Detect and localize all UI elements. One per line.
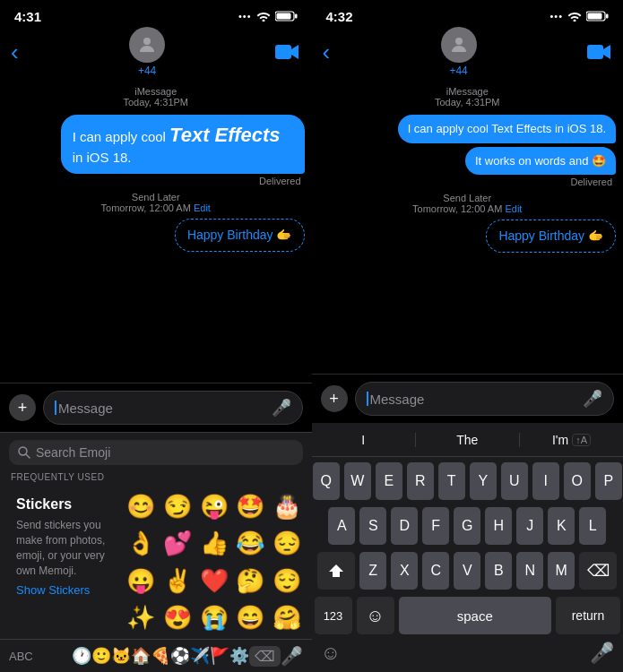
mic-icon[interactable]: 🎤 xyxy=(281,645,303,667)
emoji-19[interactable]: 😄 xyxy=(233,600,268,635)
key-emoji[interactable]: ☺ xyxy=(357,597,394,634)
key-T[interactable]: T xyxy=(438,462,465,500)
emoji-tab-smile[interactable]: 🙂 xyxy=(91,646,111,666)
emoji-6[interactable]: 👌 xyxy=(124,526,159,561)
key-B[interactable]: B xyxy=(485,552,512,590)
left-emoji-search[interactable]: Search Emoji xyxy=(9,440,303,465)
key-P[interactable]: P xyxy=(595,462,622,500)
key-A[interactable]: A xyxy=(328,507,355,545)
left-video-icon[interactable] xyxy=(275,43,300,61)
emoji-tab-sports[interactable]: ⚽ xyxy=(170,646,190,666)
right-message-input[interactable]: Message 🎤 xyxy=(355,382,615,416)
emoji-delete-button[interactable]: ⌫ xyxy=(249,646,281,667)
right-msg-header: iMessage Today, 4:31PM xyxy=(319,86,617,108)
emoji-tab-home[interactable]: 🏠 xyxy=(131,646,151,666)
key-R[interactable]: R xyxy=(407,462,434,500)
key-G[interactable]: G xyxy=(454,507,480,545)
left-plus-button[interactable]: + xyxy=(9,394,36,421)
emoji-16[interactable]: ✨ xyxy=(124,600,159,635)
svg-rect-4 xyxy=(275,45,291,59)
key-Z[interactable]: Z xyxy=(359,552,386,590)
right-scheduled-bubble: Happy Birthday 🫱 xyxy=(486,220,616,253)
key-123[interactable]: 123 xyxy=(315,597,352,634)
key-S[interactable]: S xyxy=(359,507,386,545)
left-input-mic[interactable]: 🎤 xyxy=(272,398,291,418)
left-message-input[interactable]: Message 🎤 xyxy=(43,391,303,425)
key-K[interactable]: K xyxy=(548,507,575,545)
emoji-12[interactable]: ✌️ xyxy=(160,564,195,599)
key-F[interactable]: F xyxy=(422,507,449,545)
right-delivered: Delivered xyxy=(571,177,616,187)
right-nav-center[interactable]: +44 xyxy=(441,27,477,77)
key-Q[interactable]: Q xyxy=(313,462,340,500)
left-back-button[interactable]: ‹ xyxy=(11,39,19,66)
right-back-button[interactable]: ‹ xyxy=(323,39,331,66)
emoji-20[interactable]: 🤗 xyxy=(270,600,305,635)
key-delete[interactable]: ⌫ xyxy=(579,552,617,590)
key-rows: Q W E R T Y U I O P A S D F G H J K xyxy=(312,457,624,638)
right-edit-link[interactable]: Edit xyxy=(505,203,522,214)
key-V[interactable]: V xyxy=(454,552,480,590)
emoji-2[interactable]: 😏 xyxy=(160,489,195,524)
emoji-18[interactable]: 😭 xyxy=(196,600,231,635)
right-input-mic[interactable]: 🎤 xyxy=(583,389,602,409)
key-shift[interactable] xyxy=(317,552,355,590)
key-J[interactable]: J xyxy=(516,507,543,545)
key-W[interactable]: W xyxy=(344,462,371,500)
right-plus-button[interactable]: + xyxy=(321,385,348,412)
emoji-13[interactable]: ❤️ xyxy=(196,564,231,599)
format-icon[interactable]: ↑A xyxy=(572,434,591,446)
left-emoji-bottom-bar: ABC 🕐 🙂 🐱 🏠 🍕 ⚽ ✈️ 🚩 ⚙️ ⌫ 🎤 xyxy=(0,639,312,672)
show-stickers-link[interactable]: Show Stickers xyxy=(16,583,115,597)
keyboard-bottom-bar: ☺ 🎤 xyxy=(312,638,624,672)
key-space[interactable]: space xyxy=(399,597,552,634)
key-O[interactable]: O xyxy=(564,462,591,500)
key-E[interactable]: E xyxy=(376,462,402,500)
abc-label[interactable]: ABC xyxy=(9,650,72,663)
emoji-4[interactable]: 🤩 xyxy=(233,489,268,524)
emoji-7[interactable]: 💕 xyxy=(160,526,195,561)
emoji-17[interactable]: 😍 xyxy=(160,600,195,635)
key-Y[interactable]: Y xyxy=(470,462,497,500)
right-status-icons: ••• xyxy=(549,11,609,22)
emoji-9[interactable]: 😂 xyxy=(233,526,268,561)
emoji-15[interactable]: 😌 xyxy=(270,564,305,599)
key-row-4: 123 ☺ space return xyxy=(315,597,621,634)
predictive-Im-text[interactable]: I'm xyxy=(552,433,568,447)
keyboard-mic[interactable]: 🎤 xyxy=(590,642,614,665)
emoji-8[interactable]: 👍 xyxy=(196,526,231,561)
key-L[interactable]: L xyxy=(579,507,606,545)
right-video-icon[interactable] xyxy=(587,43,612,61)
key-return[interactable]: return xyxy=(556,597,620,634)
emoji-tab-travel[interactable]: ✈️ xyxy=(190,646,210,666)
shift-icon xyxy=(328,563,344,579)
predictive-I[interactable]: I xyxy=(312,433,416,447)
key-I[interactable]: I xyxy=(532,462,559,500)
left-nav-center[interactable]: +44 xyxy=(129,27,165,77)
left-edit-link[interactable]: Edit xyxy=(194,202,211,213)
emoji-11[interactable]: 😛 xyxy=(124,564,159,599)
key-H[interactable]: H xyxy=(485,507,512,545)
emoji-10[interactable]: 😔 xyxy=(270,526,305,561)
key-M[interactable]: M xyxy=(548,552,575,590)
emoji-tab-food[interactable]: 🍕 xyxy=(151,646,170,666)
emoji-1[interactable]: 😊 xyxy=(124,489,159,524)
key-N[interactable]: N xyxy=(516,552,543,590)
emoji-14[interactable]: 🤔 xyxy=(233,564,268,599)
svg-rect-1 xyxy=(295,14,298,19)
key-C[interactable]: C xyxy=(422,552,449,590)
key-D[interactable]: D xyxy=(391,507,418,545)
emoji-tab-symbols[interactable]: ⚙️ xyxy=(229,646,249,666)
predictive-The[interactable]: The xyxy=(416,433,520,447)
emoji-tab-clock[interactable]: 🕐 xyxy=(72,646,91,666)
left-phone-panel: 4:31 ••• ‹ +44 xyxy=(0,0,312,672)
key-X[interactable]: X xyxy=(391,552,418,590)
keyboard-emoji-face[interactable]: ☺ xyxy=(321,642,341,665)
key-U[interactable]: U xyxy=(501,462,528,500)
emoji-3[interactable]: 😜 xyxy=(196,489,231,524)
right-bubble-1: I can apply cool Text Effects in iOS 18. xyxy=(398,115,616,143)
left-cursor xyxy=(55,401,56,415)
emoji-tab-cat[interactable]: 🐱 xyxy=(111,646,131,666)
emoji-5[interactable]: 🎂 xyxy=(270,489,305,524)
emoji-tab-flag[interactable]: 🚩 xyxy=(210,646,229,666)
